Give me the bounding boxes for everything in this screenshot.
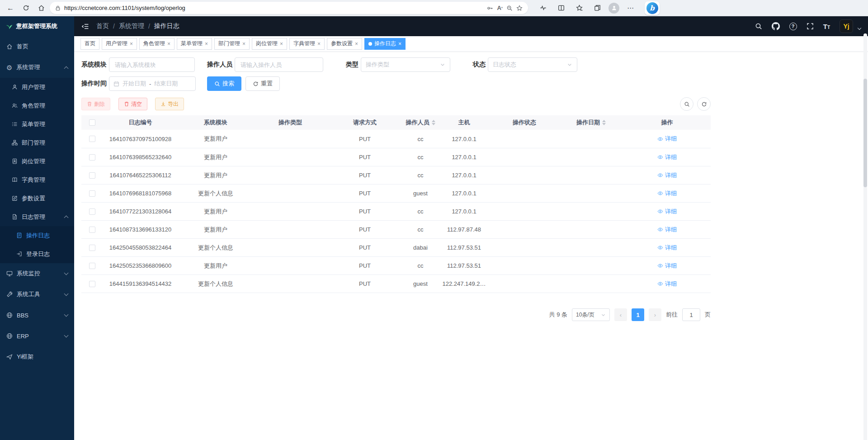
tab-close-icon[interactable]: × <box>205 41 208 47</box>
page-size-select[interactable]: 10条/页 <box>572 308 610 321</box>
tab-close-icon[interactable]: × <box>355 41 358 47</box>
app-logo[interactable]: 意框架管理系统 <box>0 16 74 36</box>
split-screen-icon[interactable] <box>554 2 568 14</box>
scrollbar-thumb[interactable] <box>863 79 867 187</box>
operator-input[interactable] <box>235 57 323 72</box>
font-size-icon[interactable]: TT <box>823 23 830 30</box>
type-select[interactable]: 操作类型 <box>361 57 450 72</box>
tab-operation-log[interactable]: 操作日志× <box>364 38 406 50</box>
detail-link[interactable]: 详细 <box>657 135 677 143</box>
detail-link[interactable]: 详细 <box>657 226 677 234</box>
tab-home[interactable]: 首页 <box>80 38 99 50</box>
sort-icons[interactable] <box>602 120 606 125</box>
col-header-operator[interactable]: 操作人员 <box>403 118 438 127</box>
sidebar-item-user-management[interactable]: 用户管理 <box>0 78 74 96</box>
refresh-table-button[interactable] <box>697 97 711 111</box>
goto-page-input[interactable] <box>682 308 700 321</box>
sidebar-item-post-management[interactable]: 岗位管理 <box>0 152 74 170</box>
select-all-checkbox[interactable] <box>89 119 95 126</box>
row-checkbox[interactable] <box>89 136 95 142</box>
favorites-icon[interactable] <box>572 2 586 14</box>
row-checkbox[interactable] <box>89 227 95 233</box>
browser-home-button[interactable] <box>34 2 48 14</box>
date-range-picker[interactable]: 开始日期 - 结束日期 <box>109 76 196 91</box>
sidebar-item-system-tools[interactable]: 系统工具 <box>0 284 74 305</box>
row-checkbox[interactable] <box>89 154 95 161</box>
address-bar[interactable]: https://ccnetcore.com:1101/system/log/op… <box>50 2 528 14</box>
tab-close-icon[interactable]: × <box>317 41 321 47</box>
tab-close-icon[interactable]: × <box>167 41 170 47</box>
sidebar-item-yi-framework[interactable]: Yi框架 <box>0 346 74 367</box>
detail-link[interactable]: 详细 <box>657 208 677 216</box>
sidebar-item-bbs[interactable]: BBS <box>0 305 74 326</box>
tab-post-management[interactable]: 岗位管理× <box>252 38 287 50</box>
col-header-date[interactable]: 操作日期 <box>559 118 623 127</box>
tab-close-icon[interactable]: × <box>398 41 401 47</box>
zoom-out-icon[interactable] <box>506 5 513 11</box>
sidebar-item-login-log[interactable]: 登录日志 <box>0 245 74 263</box>
collections-icon[interactable] <box>590 2 604 14</box>
browser-refresh-button[interactable] <box>19 2 33 14</box>
export-button[interactable]: 导出 <box>155 98 184 110</box>
browser-essentials-icon[interactable] <box>536 2 550 14</box>
sidebar-item-system-management[interactable]: ⚙ 系统管理 <box>0 57 74 78</box>
password-key-icon[interactable] <box>487 5 493 11</box>
sidebar-item-home[interactable]: 首页 <box>0 36 74 57</box>
page-number-1[interactable]: 1 <box>632 308 644 321</box>
add-favorite-icon[interactable] <box>516 5 523 11</box>
tab-param-settings[interactable]: 参数设置× <box>327 38 362 50</box>
sidebar-item-system-monitor[interactable]: 系统监控 <box>0 263 74 284</box>
detail-link[interactable]: 详细 <box>657 189 677 198</box>
browser-back-button[interactable]: ← <box>4 2 17 14</box>
browser-more-icon[interactable]: ⋯ <box>624 2 637 14</box>
browser-profile-avatar[interactable] <box>609 3 619 14</box>
fullscreen-icon[interactable] <box>807 23 814 30</box>
sidebar-item-dept-management[interactable]: 部门管理 <box>0 133 74 152</box>
tab-dict-management[interactable]: 字典管理× <box>289 38 325 50</box>
module-input[interactable] <box>109 57 195 72</box>
next-page-button[interactable]: › <box>649 308 661 321</box>
tab-close-icon[interactable]: × <box>242 41 245 47</box>
sidebar-item-menu-management[interactable]: 菜单管理 <box>0 115 74 133</box>
clear-button[interactable]: 清空 <box>118 98 147 110</box>
sidebar-item-dict-management[interactable]: 字典管理 <box>0 170 74 189</box>
tab-dept-management[interactable]: 部门管理× <box>214 38 250 50</box>
toggle-search-button[interactable] <box>680 97 693 111</box>
read-aloud-icon[interactable]: Aⁿ <box>497 5 503 11</box>
sidebar-item-erp[interactable]: ERP <box>0 326 74 346</box>
prev-page-button[interactable]: ‹ <box>614 308 627 321</box>
row-checkbox[interactable] <box>89 263 95 269</box>
row-checkbox[interactable] <box>89 281 95 287</box>
url-text[interactable]: https://ccnetcore.com:1101/system/log/op… <box>64 5 483 11</box>
bing-sidebar-button[interactable]: b <box>645 1 660 15</box>
search-icon[interactable] <box>755 23 762 30</box>
tab-close-icon[interactable]: × <box>280 41 283 47</box>
reset-button[interactable]: 重置 <box>245 76 280 91</box>
help-icon[interactable]: ? <box>789 23 797 30</box>
sidebar-fold-icon[interactable] <box>81 23 89 30</box>
breadcrumb-home[interactable]: 首页 <box>96 22 109 30</box>
detail-link[interactable]: 详细 <box>657 171 677 180</box>
delete-button[interactable]: 删除 <box>81 98 110 110</box>
sidebar-item-operation-log[interactable]: 操作日志 <box>0 226 74 245</box>
sidebar-item-log-management[interactable]: 日志管理 <box>0 208 74 226</box>
sidebar-item-param-settings[interactable]: 参数设置 <box>0 189 74 208</box>
row-checkbox[interactable] <box>89 190 95 197</box>
row-checkbox[interactable] <box>89 245 95 251</box>
detail-link[interactable]: 详细 <box>657 153 677 161</box>
search-button[interactable]: 搜索 <box>207 76 241 91</box>
tab-role-management[interactable]: 角色管理× <box>139 38 175 50</box>
tab-menu-management[interactable]: 菜单管理× <box>177 38 212 50</box>
scrollbar-track[interactable] <box>863 33 867 440</box>
detail-link[interactable]: 详细 <box>657 262 677 270</box>
status-select[interactable]: 日志状态 <box>488 57 577 72</box>
row-checkbox[interactable] <box>89 172 95 179</box>
user-avatar[interactable]: Yj <box>840 19 853 33</box>
github-icon[interactable] <box>772 22 780 30</box>
tab-user-management[interactable]: 用户管理× <box>102 38 137 50</box>
sort-icons[interactable] <box>432 120 435 125</box>
detail-link[interactable]: 详细 <box>657 244 677 252</box>
tab-close-icon[interactable]: × <box>130 41 133 47</box>
row-checkbox[interactable] <box>89 208 95 215</box>
breadcrumb-section[interactable]: 系统管理 <box>119 22 144 30</box>
